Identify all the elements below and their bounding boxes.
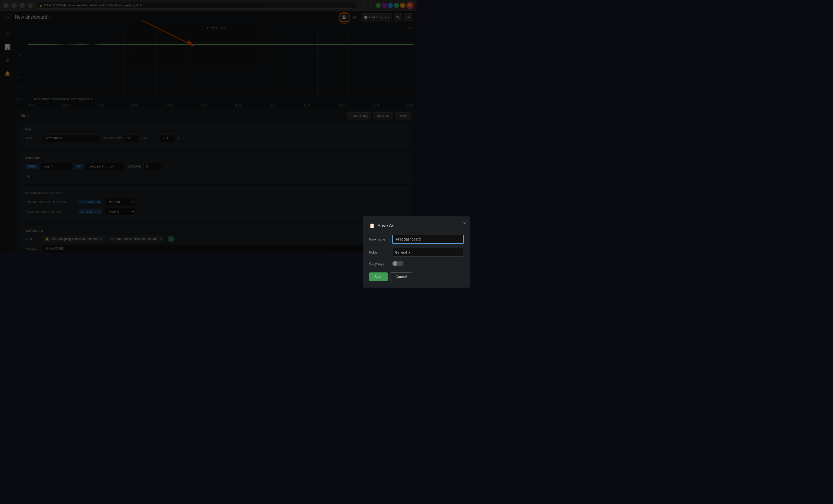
folder-field: Folder General ▾ bbox=[369, 248, 416, 252]
new-name-input[interactable] bbox=[392, 235, 416, 244]
folder-value: General bbox=[395, 250, 407, 252]
save-as-modal: 📋 Save As... × New name Folder General ▾… bbox=[363, 217, 416, 252]
new-name-label: New name bbox=[369, 237, 392, 241]
folder-label: Folder bbox=[369, 250, 392, 252]
folder-caret: ▾ bbox=[409, 250, 411, 252]
modal-copy-icon: 📋 bbox=[369, 223, 375, 228]
modal-title: Save As... bbox=[377, 223, 398, 228]
modal-overlay[interactable]: 📋 Save As... × New name Folder General ▾… bbox=[0, 0, 416, 252]
folder-select[interactable]: General ▾ bbox=[392, 248, 416, 252]
new-name-field: New name bbox=[369, 235, 416, 244]
modal-header: 📋 Save As... bbox=[369, 223, 416, 228]
